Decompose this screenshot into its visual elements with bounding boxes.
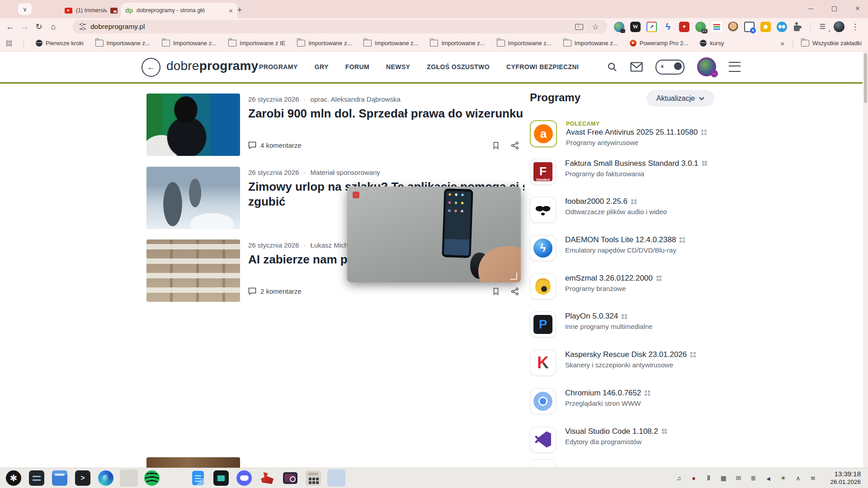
home-button[interactable]: ⌂: [46, 19, 61, 34]
program-name[interactable]: Avast Free Antivirus 2025 25.11.10580: [566, 128, 698, 137]
site-nav-link[interactable]: CYFROWI BEZPIECZNI: [506, 63, 579, 70]
program-name[interactable]: emSzmal 3.26.0122.2000: [565, 274, 653, 283]
taskbar-app-icon[interactable]: [143, 469, 161, 487]
program-list-item[interactable]: DAEMON Tools Lite 12.4.0.2388 Emulatory …: [530, 235, 720, 260]
extension-icon[interactable]: [614, 22, 624, 32]
site-logo[interactable]: dobreprogramy: [166, 59, 258, 73]
article-thumbnail-partial[interactable]: [146, 457, 240, 468]
extension-icon[interactable]: 21: [695, 22, 706, 32]
bookmark-icon[interactable]: [492, 287, 500, 296]
site-controls-icon[interactable]: [80, 24, 86, 29]
back-button[interactable]: ←: [3, 19, 17, 34]
tray-icon[interactable]: [749, 474, 757, 482]
program-list-item[interactable]: Kaspersky Rescue Disk 23.01.2026 Skanery…: [530, 350, 720, 375]
taskbar-app-icon[interactable]: [212, 469, 230, 487]
close-button[interactable]: [854, 5, 862, 13]
bookmarks-overflow-button[interactable]: »: [781, 39, 784, 47]
address-bar[interactable]: dobreprogramy.pl ☆: [72, 20, 607, 33]
article-title[interactable]: Zarobi 900 mln dol. Sprzedał prawa do wi…: [248, 106, 523, 121]
site-nav-link[interactable]: FORUM: [345, 63, 369, 70]
taskbar-app-icon[interactable]: [97, 469, 115, 487]
tray-icon[interactable]: [809, 474, 817, 482]
taskbar-clock[interactable]: 13:39:18 26.01.2026: [830, 470, 861, 486]
pip-video-window[interactable]: [347, 187, 521, 282]
bookmark-star-icon[interactable]: ☆: [592, 22, 599, 32]
tab-close-icon[interactable]: ×: [229, 7, 233, 14]
taskbar-app-icon[interactable]: [281, 469, 299, 487]
bookmark-item[interactable]: Importowane z...: [363, 40, 418, 47]
tray-icon[interactable]: [704, 474, 712, 482]
reload-button[interactable]: ↻: [32, 19, 46, 34]
extension-icon[interactable]: [679, 22, 689, 32]
taskbar-app-icon[interactable]: [327, 469, 345, 487]
new-tab-button[interactable]: +: [234, 4, 245, 16]
program-name[interactable]: Kaspersky Rescue Disk 23.01.2026: [565, 350, 687, 359]
tray-icon[interactable]: [689, 474, 698, 482]
apps-grid-icon[interactable]: [6, 41, 12, 46]
bookmark-item[interactable]: Importowane z IE: [228, 40, 285, 47]
taskbar-app-icon[interactable]: [258, 469, 276, 487]
article-thumbnail[interactable]: [146, 94, 240, 156]
share-icon[interactable]: [511, 287, 519, 296]
program-list-item[interactable]: foobar2000 2.25.6 Odtwarzacze plików aud…: [530, 197, 720, 222]
resize-handle-icon[interactable]: [510, 272, 517, 280]
bookmark-item[interactable]: kursy: [700, 40, 724, 47]
bookmark-item[interactable]: Poweramp Pro 2...: [630, 40, 689, 47]
tray-icon[interactable]: [719, 474, 727, 482]
minimize-button[interactable]: [807, 5, 815, 13]
taskbar-app-icon[interactable]: [304, 469, 322, 487]
tray-icon[interactable]: [794, 474, 802, 482]
extension-icon[interactable]: [630, 22, 641, 32]
program-name[interactable]: foobar2000 2.25.6: [565, 197, 627, 206]
forward-button[interactable]: →: [17, 19, 32, 34]
taskbar-app-icon[interactable]: [166, 469, 184, 487]
bookmark-icon[interactable]: [492, 141, 500, 150]
tab-youtube[interactable]: (1) Immersive View w M ×: [60, 3, 130, 18]
bookmark-item[interactable]: Importowane z...: [563, 40, 618, 47]
extension-icon[interactable]: [663, 22, 673, 32]
tab-search-button[interactable]: ∨: [18, 3, 32, 15]
tray-icon[interactable]: [779, 474, 787, 482]
extension-icon[interactable]: [760, 22, 771, 32]
maximize-button[interactable]: [830, 5, 838, 13]
taskbar-app-icon[interactable]: [235, 469, 253, 487]
comments-link[interactable]: 2 komentarze: [248, 287, 302, 295]
all-bookmarks-button[interactable]: Wszystkie zakładki: [801, 40, 862, 47]
hamburger-menu-icon[interactable]: [729, 62, 741, 72]
program-name[interactable]: PlayOn 5.0.324: [565, 312, 618, 321]
tab-dobreprogramy[interactable]: dp dobreprogramy - strona głó ×: [121, 3, 237, 18]
url-text[interactable]: dobreprogramy.pl: [90, 23, 575, 31]
extension-icon[interactable]: [728, 22, 738, 32]
theme-toggle[interactable]: ☀: [656, 60, 684, 75]
media-controls-icon[interactable]: ☰: [817, 22, 828, 32]
taskbar-app-icon[interactable]: [189, 469, 207, 487]
extension-icon[interactable]: [646, 22, 657, 32]
bookmark-item[interactable]: Importowane z...: [430, 40, 485, 47]
install-app-icon[interactable]: [575, 24, 583, 30]
program-list-item[interactable]: POLECAMY Avast Free Antivirus 2025 25.11…: [530, 120, 720, 145]
program-list-item[interactable]: Faktura Small Business Standard 3.0.1 Pr…: [530, 159, 720, 184]
taskbar-app-icon[interactable]: [5, 469, 23, 487]
site-nav-link[interactable]: ZGŁOŚ OSZUSTWO: [427, 63, 490, 70]
tray-icon[interactable]: [734, 474, 742, 482]
program-list-item[interactable]: emSzmal 3.26.0122.2000 Programy branżowe: [530, 273, 720, 299]
program-name[interactable]: Faktura Small Business Standard 3.0.1: [565, 159, 698, 168]
bookmark-item[interactable]: Importowane z...: [95, 40, 150, 47]
program-name[interactable]: Chromium 146.0.7652: [565, 389, 641, 398]
share-icon[interactable]: [511, 141, 519, 150]
scrollbar-thumb[interactable]: [864, 53, 867, 103]
article-thumbnail[interactable]: [146, 239, 240, 302]
extension-icon[interactable]: [777, 22, 787, 32]
site-nav-link[interactable]: GRY: [315, 63, 329, 70]
taskbar-app-icon[interactable]: [74, 469, 92, 487]
bookmark-item[interactable]: Importowane z...: [162, 40, 217, 47]
bookmark-item[interactable]: Importowane z...: [497, 40, 552, 47]
comments-link[interactable]: 4 komentarze: [248, 141, 302, 149]
program-name[interactable]: Visual Studio Code 1.108.2: [565, 427, 658, 436]
extension-icon[interactable]: [793, 22, 803, 32]
taskbar-app-icon[interactable]: [51, 469, 69, 487]
user-avatar[interactable]: [697, 57, 716, 76]
program-list-item-partial[interactable]: [530, 459, 556, 468]
site-nav-link[interactable]: PROGRAMY: [259, 63, 298, 70]
program-list-item[interactable]: Visual Studio Code 1.108.2 Edytory dla p…: [530, 427, 720, 452]
